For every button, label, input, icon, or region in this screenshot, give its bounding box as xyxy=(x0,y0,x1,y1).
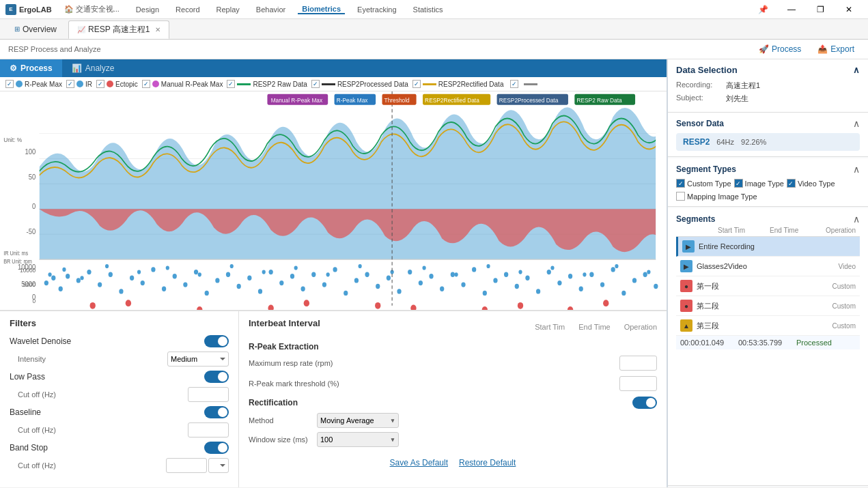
segment-icon-second: ● xyxy=(680,300,692,312)
restore-default-button[interactable]: Restore Default xyxy=(459,458,516,468)
image-checkbox[interactable] xyxy=(734,179,743,188)
svg-point-50 xyxy=(365,272,369,277)
svg-point-78 xyxy=(48,272,51,276)
legend-check-ir[interactable] xyxy=(66,80,74,88)
legend-check-manual[interactable] xyxy=(142,80,150,88)
svg-point-51 xyxy=(376,284,380,289)
export-button[interactable]: 📤 Export xyxy=(812,42,860,56)
tab-overview[interactable]: ⊞ Overview xyxy=(5,21,66,38)
tab-analyze[interactable]: 📊 Analyze xyxy=(62,59,124,77)
max-resp-input[interactable]: 18 xyxy=(619,356,657,371)
sensor-data-header[interactable]: Sensor Data ∧ xyxy=(676,118,860,129)
legend-manual-r-peak: Manual R-Peak Max xyxy=(142,80,223,88)
legend-resp2-rectified: RESP2Rectified Data xyxy=(412,80,504,88)
svg-text:Manual R-Peak Max: Manual R-Peak Max xyxy=(271,96,323,104)
type-video[interactable]: Video Type xyxy=(787,179,835,188)
nav-item-eyetracking[interactable]: Eyetracking xyxy=(353,5,400,14)
legend-check-resp2-rectified[interactable] xyxy=(412,80,421,88)
subject-row: Subject: 刘先生 xyxy=(676,94,860,104)
tab-resp[interactable]: 📈 RESP 高速主程1 ✕ xyxy=(68,20,169,39)
method-label: Method xyxy=(249,416,317,425)
video-checkbox[interactable] xyxy=(787,179,796,188)
low-pass-sub-row: Cut off (Hz) 20 xyxy=(10,387,229,402)
nav-item-record[interactable]: Record xyxy=(171,5,204,14)
sensor-pct: 92.26% xyxy=(741,138,766,146)
collapse-segtypes-icon[interactable]: ∧ xyxy=(853,164,860,175)
process-button[interactable]: 🚀 Process xyxy=(753,42,807,56)
nav-item-biometrics[interactable]: Biometrics xyxy=(298,5,345,14)
baseline-sub-row: Cut off (Hz) 0.5 xyxy=(10,422,229,437)
svg-point-30 xyxy=(151,267,155,272)
band-stop-toggle[interactable] xyxy=(204,442,229,454)
type-image[interactable]: Image Type xyxy=(734,179,784,188)
legend-check-extra[interactable] xyxy=(510,80,518,88)
segment-row-first[interactable]: ● 第一段 Custom xyxy=(676,276,860,296)
tab-process[interactable]: ⚙ Process xyxy=(0,59,62,77)
segment-icon-glasses: ▶ xyxy=(680,260,692,272)
intensity-select[interactable]: Medium Low High xyxy=(167,351,229,367)
segments-header[interactable]: Segments ∧ xyxy=(676,214,860,225)
rectification-toggle[interactable] xyxy=(632,397,657,409)
legend-dot-r-peak xyxy=(16,81,23,87)
segment-row-third[interactable]: ▲ 第三段 Custom xyxy=(676,316,860,336)
chart-area[interactable]: 100 50 0 -50 Unit: % IR Unit: ms BR Unit… xyxy=(0,91,667,310)
nav-item-design[interactable]: Design xyxy=(132,5,163,14)
segment-row-entire[interactable]: ▶ Entire Recording xyxy=(676,237,860,257)
segment-row-second[interactable]: ● 第二段 Custom xyxy=(676,296,860,316)
type-custom[interactable]: Custom Type xyxy=(676,179,731,188)
method-dropdown[interactable]: Moving Average Gaussian ▼ xyxy=(317,413,399,428)
legend-check-resp2-processed[interactable] xyxy=(311,80,320,88)
type-mapping[interactable]: Mapping Image Type xyxy=(676,192,757,201)
segment-types-header[interactable]: Segment Types ∧ xyxy=(676,164,860,175)
low-pass-row: Low Pass xyxy=(10,371,229,383)
maximize-button[interactable]: ❐ xyxy=(807,0,834,19)
wavelet-denoise-row: Wavelet Denoise xyxy=(10,335,229,347)
window-dropdown[interactable]: 100 50 200 ▼ xyxy=(317,432,399,447)
legend-check-ectopic[interactable] xyxy=(96,80,104,88)
svg-point-24 xyxy=(87,270,91,274)
segments-section: Segments ∧ Start Tim End Time Operation … xyxy=(668,208,868,486)
baseline-toggle[interactable] xyxy=(204,406,229,418)
sensor-hz: 64Hz xyxy=(716,138,734,146)
low-pass-toggle[interactable] xyxy=(204,371,229,383)
custom-checkbox[interactable] xyxy=(676,179,685,188)
svg-text:50: 50 xyxy=(29,173,36,182)
svg-point-86 xyxy=(262,270,266,274)
legend-check-resp2-raw[interactable] xyxy=(227,80,235,88)
svg-point-37 xyxy=(226,272,230,277)
nav-item-behavior[interactable]: Behavior xyxy=(252,5,290,14)
start-time-col: Start Tim xyxy=(535,323,565,331)
pin-button[interactable]: 📌 xyxy=(749,0,776,19)
collapse-sensor-icon[interactable]: ∧ xyxy=(853,118,860,129)
low-pass-cutoff-label: Cut off (Hz) xyxy=(18,390,56,399)
wavelet-label: Wavelet Denoise xyxy=(10,336,71,346)
band-stop-input[interactable]: 50 xyxy=(166,458,207,473)
svg-point-20 xyxy=(51,276,55,281)
r-peak-threshold-input[interactable]: 50 xyxy=(619,376,657,391)
baseline-input[interactable]: 0.5 xyxy=(188,422,229,437)
legend-check-r-peak[interactable] xyxy=(5,80,14,88)
mapping-checkbox[interactable] xyxy=(676,192,685,201)
segment-type-first: Custom xyxy=(822,283,856,290)
nav-item-statistics[interactable]: Statistics xyxy=(409,5,447,14)
tab-close-resp[interactable]: ✕ xyxy=(155,26,160,33)
svg-point-67 xyxy=(547,270,551,274)
r-peak-threshold-row: R-Peak mark threshold (%) 50 xyxy=(249,376,657,391)
collapse-segments-icon[interactable]: ∧ xyxy=(853,214,860,225)
band-stop-select[interactable] xyxy=(208,458,229,473)
close-button[interactable]: ✕ xyxy=(835,0,863,19)
low-pass-input[interactable]: 20 xyxy=(188,387,229,402)
minimize-button[interactable]: — xyxy=(778,0,805,19)
nav-item-traffic[interactable]: 🏠 交通安全视... xyxy=(60,4,124,14)
svg-point-22 xyxy=(66,274,70,278)
method-select[interactable]: Moving Average Gaussian xyxy=(317,413,399,428)
svg-point-54 xyxy=(408,270,412,274)
collapse-ds-icon[interactable]: ∧ xyxy=(853,65,860,75)
segment-row-glasses2video[interactable]: ▶ Glasses2Video Video xyxy=(676,257,860,276)
nav-item-replay[interactable]: Replay xyxy=(212,5,244,14)
svg-point-61 xyxy=(483,291,487,296)
wavelet-toggle[interactable] xyxy=(204,335,229,347)
save-default-button[interactable]: Save As Default xyxy=(390,458,448,468)
operation-header: Operation xyxy=(822,227,856,234)
window-select[interactable]: 100 50 200 xyxy=(317,432,399,447)
